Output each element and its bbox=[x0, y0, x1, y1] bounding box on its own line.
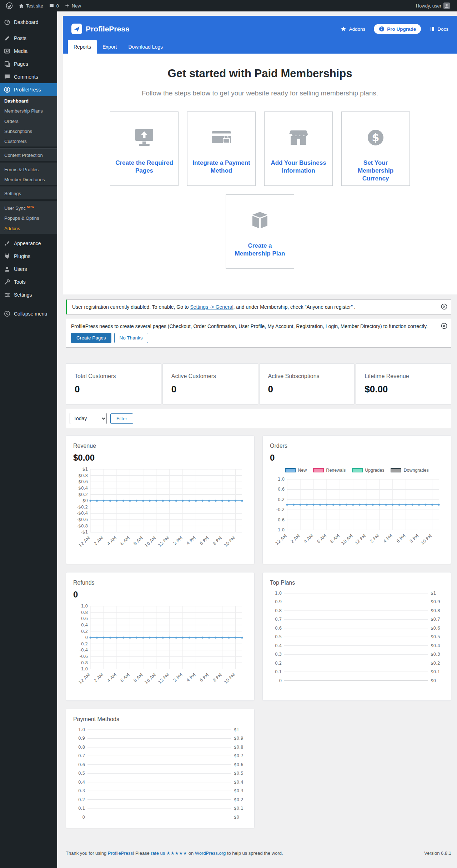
sidebar-item-appearance[interactable]: Appearance bbox=[0, 237, 57, 250]
monitor-upload-icon bbox=[131, 118, 157, 159]
sidebar-subitem-pp-dashboard[interactable]: Dashboard bbox=[0, 96, 57, 106]
sidebar-subitem-popups-optins[interactable]: Popups & Optins bbox=[0, 213, 57, 223]
svg-text:0.6: 0.6 bbox=[81, 616, 88, 621]
svg-text:6 PM: 6 PM bbox=[396, 533, 407, 544]
wordpress-org-link[interactable]: WordPress.org bbox=[195, 850, 226, 856]
sidebar-item-users[interactable]: Users bbox=[0, 263, 57, 276]
comments-shortcut[interactable]: 0 bbox=[46, 0, 62, 11]
setup-card-add-your-business-information[interactable]: Add Your Business Information bbox=[264, 111, 333, 186]
svg-text:$0.5: $0.5 bbox=[431, 634, 440, 639]
svg-text:0.1: 0.1 bbox=[275, 669, 282, 674]
no-thanks-button[interactable]: No Thanks bbox=[114, 333, 148, 343]
svg-text:$0: $0 bbox=[234, 815, 239, 820]
legend-swatch bbox=[285, 468, 296, 472]
page-root: Test site 0 New Howdy, user DashboardPos… bbox=[0, 0, 457, 868]
sidebar-item-label: Tools bbox=[14, 279, 26, 285]
legend-item-renewals[interactable]: Renewals bbox=[313, 468, 346, 473]
sidebar-separator bbox=[0, 234, 57, 237]
svg-text:8 AM: 8 AM bbox=[132, 535, 144, 546]
payment-methods-chart: 1.0$10.9$0.90.8$0.80.7$0.70.6$0.60.5$0.5… bbox=[73, 725, 247, 823]
sidebar-subitem-membership-plans[interactable]: Membership Plans bbox=[0, 106, 57, 116]
svg-text:-$1: -$1 bbox=[81, 530, 88, 535]
site-name-link[interactable]: Test site bbox=[16, 0, 46, 11]
sidebar-item-pages[interactable]: Pages bbox=[0, 58, 57, 70]
svg-text:0.1: 0.1 bbox=[78, 806, 85, 811]
sidebar-subitem-forms-profiles[interactable]: Forms & Profiles bbox=[0, 163, 57, 175]
sidebar-separator bbox=[0, 29, 57, 32]
legend-item-new[interactable]: New bbox=[285, 468, 307, 473]
dismiss-registration-notice-button[interactable] bbox=[441, 303, 447, 311]
sidebar-item-collapse-menu[interactable]: Collapse menu bbox=[0, 307, 57, 320]
sidebar-item-label: Dashboard bbox=[14, 19, 39, 25]
sidebar-item-dashboard[interactable]: Dashboard bbox=[0, 16, 57, 29]
settings-general-link[interactable]: Settings -> General bbox=[190, 304, 233, 310]
sidebar-subitem-addons[interactable]: Addons bbox=[0, 224, 57, 234]
svg-text:6 AM: 6 AM bbox=[119, 535, 131, 546]
my-account[interactable]: Howdy, user bbox=[413, 0, 453, 11]
svg-text:0.8: 0.8 bbox=[81, 610, 88, 615]
create-pages-button[interactable]: Create Pages bbox=[71, 333, 111, 343]
setup-card-create-the-required-pages[interactable]: Create the Required Pages bbox=[110, 111, 179, 186]
svg-text:10 PM: 10 PM bbox=[420, 533, 433, 546]
sidebar-item-label: Comments bbox=[14, 74, 38, 80]
sidebar-item-plugins[interactable]: Plugins bbox=[0, 250, 57, 263]
sidebar-subitem-content-protection[interactable]: Content Protection bbox=[0, 148, 57, 160]
sidebar-subitem-subscriptions[interactable]: Subscriptions bbox=[0, 127, 57, 137]
docs-link[interactable]: Docs bbox=[430, 26, 448, 32]
pages-icon bbox=[4, 60, 11, 68]
home-icon bbox=[19, 3, 24, 9]
legend-item-downgrades[interactable]: Downgrades bbox=[391, 468, 428, 473]
chart-title: Top Plans bbox=[270, 580, 444, 586]
sidebar-subitem-member-directories[interactable]: Member Directories bbox=[0, 175, 57, 185]
stat-value: 0 bbox=[268, 384, 346, 395]
svg-text:0.4: 0.4 bbox=[78, 780, 85, 785]
addons-label: Addons bbox=[349, 26, 365, 32]
svg-text:-0.6: -0.6 bbox=[80, 654, 88, 659]
svg-text:2 PM: 2 PM bbox=[369, 533, 380, 544]
new-content-button[interactable]: New bbox=[62, 0, 84, 11]
svg-text:10 AM: 10 AM bbox=[340, 533, 353, 546]
svg-text:$0.3: $0.3 bbox=[431, 652, 440, 657]
sidebar-item-posts[interactable]: Posts bbox=[0, 32, 57, 45]
sidebar-item-comments[interactable]: Comments bbox=[0, 70, 57, 83]
svg-text:0.3: 0.3 bbox=[78, 788, 85, 793]
svg-text:8 PM: 8 PM bbox=[409, 533, 420, 544]
rate-us-link[interactable]: rate us ★★★★★ bbox=[151, 850, 187, 856]
date-range-select[interactable]: Today bbox=[70, 413, 107, 424]
comments-count: 0 bbox=[56, 3, 59, 9]
svg-text:-0.6: -0.6 bbox=[276, 517, 285, 522]
svg-text:-0.4: -0.4 bbox=[80, 648, 88, 653]
tab-download-logs[interactable]: Download Logs bbox=[123, 40, 169, 54]
chart-card-top-plans: Top Plans1.0$10.9$0.90.8$0.80.7$0.70.6$0… bbox=[262, 572, 451, 701]
tab-export[interactable]: Export bbox=[97, 40, 122, 54]
legend-swatch bbox=[313, 468, 324, 472]
filter-button[interactable]: Filter bbox=[110, 413, 133, 424]
dismiss-pages-notice-button[interactable] bbox=[441, 323, 447, 330]
sidebar-item-media[interactable]: Media bbox=[0, 45, 57, 58]
setup-card-set-your-membership-currency[interactable]: $Set Your Membership Currency bbox=[341, 111, 410, 186]
wordpress-logo-icon[interactable] bbox=[3, 0, 16, 11]
sidebar-subitem-pp-settings[interactable]: Settings bbox=[0, 187, 57, 199]
sidebar-subitem-user-sync[interactable]: User SyncNEW bbox=[0, 201, 57, 214]
dashboard-body: User registration currently disabled. To… bbox=[66, 299, 451, 860]
addons-link[interactable]: Addons bbox=[341, 26, 365, 32]
setup-card-create-a-membership-plan[interactable]: Create a Membership Plan bbox=[226, 194, 294, 269]
tab-reports[interactable]: Reports bbox=[68, 40, 97, 54]
sidebar-subitem-orders[interactable]: Orders bbox=[0, 116, 57, 127]
refunds-chart: 1.00.80.60.40.20-0.2-0.4-0.6-0.8-1.012 A… bbox=[73, 602, 247, 696]
svg-text:$0.1: $0.1 bbox=[234, 806, 243, 811]
sidebar-subitem-customers[interactable]: Customers bbox=[0, 137, 57, 147]
setup-card-integrate-a-payment-method[interactable]: Integrate a Payment Method bbox=[187, 111, 256, 186]
stat-value: 0 bbox=[171, 384, 249, 395]
sidebar-item-settings[interactable]: Settings bbox=[0, 288, 57, 301]
plugins-icon bbox=[4, 253, 11, 260]
svg-text:$0.4: $0.4 bbox=[234, 780, 243, 785]
pro-upgrade-button[interactable]: Pro Upgrade bbox=[374, 24, 421, 34]
legend-label: Renewals bbox=[326, 468, 346, 473]
create-pages-notice: ProfilePress needs to create several pag… bbox=[66, 319, 451, 348]
sidebar-item-profilepress[interactable]: ProfilePress bbox=[0, 83, 57, 96]
media-icon bbox=[4, 48, 11, 55]
profilepress-footer-link[interactable]: ProfilePress bbox=[108, 850, 133, 856]
sidebar-item-tools[interactable]: Tools bbox=[0, 276, 57, 288]
legend-item-upgrades[interactable]: Upgrades bbox=[352, 468, 384, 473]
